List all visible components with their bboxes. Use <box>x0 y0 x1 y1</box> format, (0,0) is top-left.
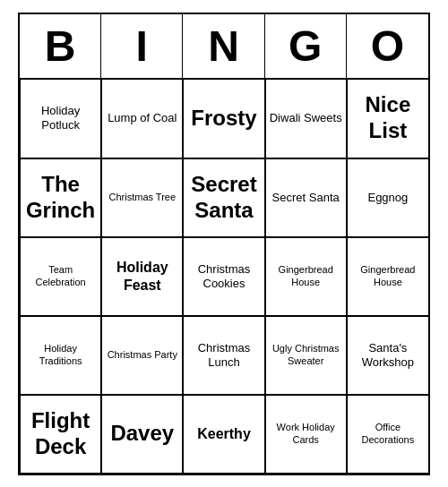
letter-n: N <box>183 14 264 78</box>
bingo-card: B I N G O Holiday PotluckLump of CoalFro… <box>18 13 430 475</box>
bingo-cell-13[interactable]: Gingerbread House <box>265 237 347 316</box>
bingo-cell-9[interactable]: Eggnog <box>347 158 428 237</box>
bingo-cell-15[interactable]: Holiday Traditions <box>20 316 101 395</box>
bingo-cell-5[interactable]: The Grinch <box>20 158 101 237</box>
bingo-cell-1[interactable]: Lump of Coal <box>101 80 183 158</box>
bingo-cell-24[interactable]: Office Decorations <box>347 395 428 474</box>
bingo-cell-21[interactable]: Davey <box>101 395 183 474</box>
letter-b: B <box>20 14 101 78</box>
bingo-cell-14[interactable]: Gingerbread House <box>347 237 428 316</box>
bingo-grid: Holiday PotluckLump of CoalFrostyDiwali … <box>20 80 428 474</box>
bingo-cell-11[interactable]: Holiday Feast <box>101 237 183 316</box>
bingo-cell-12[interactable]: Christmas Cookies <box>183 237 264 316</box>
bingo-cell-18[interactable]: Ugly Christmas Sweater <box>265 316 347 395</box>
bingo-cell-17[interactable]: Christmas Lunch <box>183 316 264 395</box>
bingo-cell-4[interactable]: Nice List <box>347 80 428 158</box>
bingo-cell-8[interactable]: Secret Santa <box>265 158 347 237</box>
bingo-cell-10[interactable]: Team Celebration <box>20 237 101 316</box>
letter-g: G <box>265 14 347 78</box>
bingo-cell-16[interactable]: Christmas Party <box>101 316 183 395</box>
bingo-cell-2[interactable]: Frosty <box>183 80 264 158</box>
bingo-cell-6[interactable]: Christmas Tree <box>101 158 183 237</box>
bingo-cell-0[interactable]: Holiday Potluck <box>20 80 101 158</box>
bingo-cell-19[interactable]: Santa's Workshop <box>347 316 428 395</box>
bingo-cell-22[interactable]: Keerthy <box>183 395 264 474</box>
letter-o: O <box>347 14 428 78</box>
bingo-cell-23[interactable]: Work Holiday Cards <box>265 395 347 474</box>
bingo-cell-7[interactable]: Secret Santa <box>183 158 264 237</box>
bingo-header: B I N G O <box>20 14 428 80</box>
bingo-cell-3[interactable]: Diwali Sweets <box>265 80 347 158</box>
letter-i: I <box>101 14 183 78</box>
bingo-cell-20[interactable]: Flight Deck <box>20 395 101 474</box>
